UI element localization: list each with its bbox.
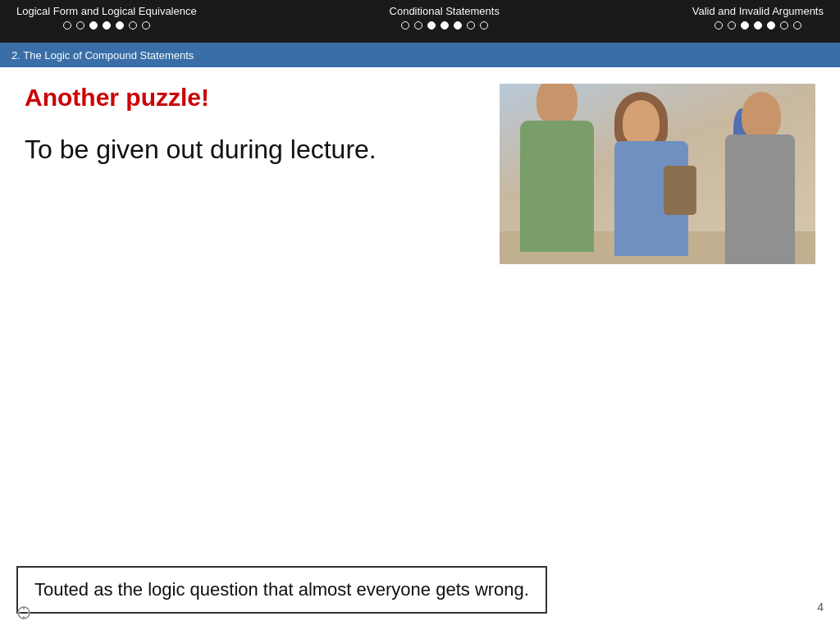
dot	[793, 21, 801, 30]
nav-dots-conditional	[401, 21, 488, 30]
person-left-body	[520, 121, 594, 252]
puzzle-title: Another puzzle!	[25, 84, 483, 112]
breadcrumb-bar: 2. The Logic of Compound Statements	[0, 43, 840, 67]
person-right-head	[742, 92, 781, 139]
dot-filled	[741, 21, 749, 30]
meme-background	[500, 84, 815, 264]
main-content: Another puzzle! To be given out during l…	[0, 67, 840, 564]
dot-filled	[454, 21, 462, 30]
dot	[780, 21, 788, 30]
dot	[467, 21, 475, 30]
top-navigation: Logical Form and Logical Equivalence Con…	[0, 0, 840, 43]
dot	[63, 21, 71, 30]
crosshair-icon	[16, 605, 33, 622]
dot-filled	[441, 21, 449, 30]
page-number: 4	[817, 600, 824, 614]
person-right	[717, 92, 807, 264]
bottom-text-box: Touted as the logic question that almost…	[16, 566, 547, 614]
dot-filled	[754, 21, 762, 30]
meme-image	[500, 84, 815, 264]
dot-filled	[116, 21, 124, 30]
dot	[480, 21, 488, 30]
dot-filled	[103, 21, 111, 30]
dot	[76, 21, 84, 30]
nav-dots-logical-form	[63, 21, 150, 30]
person-left	[508, 84, 606, 256]
nav-section-conditional[interactable]: Conditional Statements	[390, 5, 500, 30]
dot	[142, 21, 150, 30]
person-middle	[598, 100, 705, 264]
dot	[728, 21, 736, 30]
nav-title-valid-invalid: Valid and Invalid Arguments	[692, 5, 824, 17]
bottom-text: Touted as the logic question that almost…	[34, 579, 529, 600]
left-content: Another puzzle! To be given out during l…	[25, 84, 483, 564]
dot-filled	[427, 21, 436, 30]
dot	[401, 21, 409, 30]
dot	[714, 21, 723, 30]
dot-filled	[89, 21, 98, 30]
person-mid-bag	[664, 166, 696, 215]
nav-title-conditional: Conditional Statements	[390, 5, 500, 17]
nav-section-logical-form[interactable]: Logical Form and Logical Equivalence	[16, 5, 197, 30]
dot	[414, 21, 422, 30]
nav-section-valid-invalid[interactable]: Valid and Invalid Arguments	[692, 5, 824, 30]
person-left-head	[536, 84, 578, 125]
bottom-box-container: Touted as the logic question that almost…	[16, 566, 807, 614]
nav-dots-valid-invalid	[714, 21, 801, 30]
person-mid-head	[623, 100, 660, 145]
puzzle-body: To be given out during lecture.	[25, 131, 483, 168]
dot	[129, 21, 137, 30]
breadcrumb-text: 2. The Logic of Compound Statements	[11, 49, 194, 62]
dot-filled	[767, 21, 775, 30]
person-right-body	[725, 135, 795, 264]
nav-title-logical-form: Logical Form and Logical Equivalence	[16, 5, 197, 17]
